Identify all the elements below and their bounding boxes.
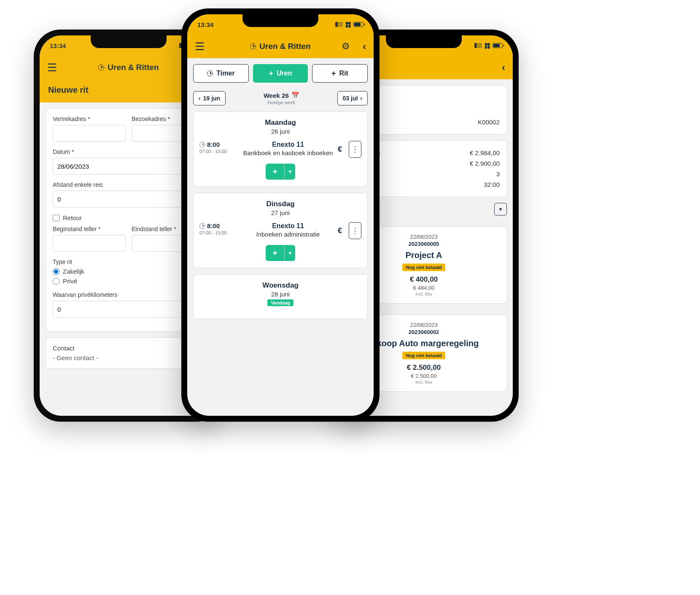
day-card: Maandag 26 juni 8:00 07:00 - 15:00 Enext… [193,111,368,187]
day-name: Woensdag [199,281,361,290]
vertrek-input[interactable] [53,125,126,142]
gear-icon[interactable]: ⚙ [342,41,350,52]
back-icon[interactable]: ‹ [502,62,505,73]
week-sublabel: Huidige week [264,100,299,105]
timer-label: Timer [216,70,234,77]
status-badge: Nog niet betaald [402,264,445,271]
type-zakelijk-radio[interactable] [53,268,59,275]
entry-duration: 8:00 [207,222,220,229]
entry-desc: Bankboek en kasboek inboeken [242,149,334,156]
signal-icon [335,22,343,27]
clock-icon [199,142,205,148]
vertrek-label: Vertrekadres * [53,116,126,122]
calendar-icon[interactable]: 📅 [291,92,299,99]
timer-button[interactable]: Timer [193,64,249,83]
clock-icon [98,65,104,70]
status-time: 13:34 [50,42,66,49]
wifi-icon: ䷇ [485,42,490,49]
menu-icon[interactable]: ☰ [47,61,57,74]
entry-range: 07:00 - 15:00 [199,149,238,154]
stat-bedrag-v: € 2.984,00 [470,149,500,156]
chevron-right-icon: › [360,95,362,102]
entry-project: Enexto 11 [242,141,334,148]
today-badge: Vandaag [267,299,293,306]
chevron-left-icon: ‹ [199,95,201,102]
add-entry-button[interactable]: + [266,164,284,180]
app-title-text: Uren & Ritten [108,63,159,72]
status-icons: ䷇ [474,42,503,49]
time-entry[interactable]: 8:00 07:00 - 15:00 Enexto 11 Inboeken ad… [199,222,361,239]
add-entry-dropdown[interactable]: ▾ [284,245,295,261]
add-uren-button[interactable]: + Uren [253,64,308,83]
week-prev-button[interactable]: ‹ 19 jun [193,91,226,105]
retour-label: Retour [63,214,82,221]
entry-desc: Inboeken administratie [242,231,334,238]
clock-icon [250,43,256,49]
stat-facturen-v: 3 [496,170,500,178]
time-entry[interactable]: 8:00 07:00 - 15:00 Enexto 11 Bankboek en… [199,141,361,158]
day-name: Dinsdag [199,200,361,208]
add-entry-dropdown[interactable]: ▾ [284,164,295,180]
rit-label: Rit [339,70,348,77]
add-entry-button[interactable]: + [266,245,284,261]
uren-label: Uren [277,70,292,77]
week-label: Week 26 [264,92,289,99]
battery-icon [493,43,503,48]
day-date: 26 juni [199,128,361,135]
week-prev-label: 19 jun [203,95,220,102]
currency-icon: € [338,145,342,154]
currency-icon: € [338,226,342,235]
status-badge: Nog niet betaald [402,352,445,359]
beginstand-label: Beginstand teller * [53,226,126,232]
clock-icon [199,223,205,229]
type-zakelijk-label: Zakelijk [63,268,84,275]
stat-uren-v: 32:00 [484,181,500,188]
wifi-icon: ䷇ [345,21,351,28]
stat-omzet-v: € 2.900,00 [470,160,500,167]
entry-menu-button[interactable]: ⋮ [349,222,361,239]
entry-menu-button[interactable]: ⋮ [349,141,361,158]
battery-icon [353,22,363,27]
status-icons: ䷇ [335,21,363,28]
add-rit-button[interactable]: + Rit [312,64,368,83]
status-time: 13:34 [197,21,213,28]
entry-project: Enexto 11 [242,222,334,230]
app-title: Uren & Ritten [98,63,159,72]
plus-icon: + [331,69,336,78]
retour-checkbox[interactable] [53,215,59,221]
week-next-label: 03 jul [343,95,358,102]
day-card: Dinsdag 27 juni 8:00 07:00 - 15:00 Enext… [193,193,368,268]
type-prive-label: Privé [63,277,77,285]
back-icon[interactable]: ‹ [363,40,366,52]
week-next-button[interactable]: 03 jul › [337,91,368,105]
collapse-toggle[interactable]: ▾ [494,203,507,215]
menu-icon[interactable]: ☰ [195,40,205,53]
day-date: 28 juni [199,291,361,298]
app-title: Uren & Ritten [250,42,310,51]
day-card: Woensdag 28 juni Vandaag [193,274,368,319]
entry-duration: 8:00 [207,141,220,148]
entry-range: 07:00 - 15:00 [199,230,238,235]
day-name: Maandag [199,118,361,127]
signal-icon [474,43,482,48]
beginstand-input[interactable] [53,235,126,252]
app-title-text: Uren & Ritten [259,42,310,51]
day-date: 27 juni [199,209,361,216]
plus-icon: + [269,69,274,78]
klantnummer-value: K00002 [478,118,500,126]
type-prive-radio[interactable] [53,278,59,285]
clock-icon [207,70,213,76]
